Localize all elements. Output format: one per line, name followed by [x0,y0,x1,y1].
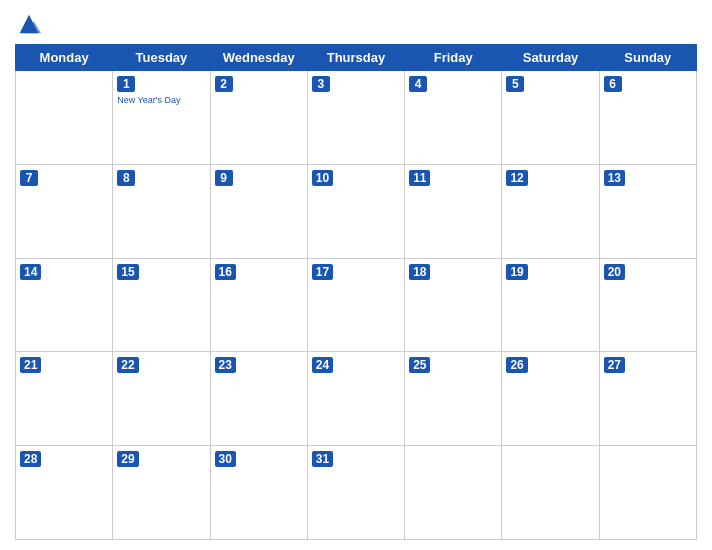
calendar-header [15,10,697,38]
calendar-cell: 17 [307,258,404,352]
day-number: 7 [20,170,38,186]
calendar-cell: 2 [210,71,307,165]
calendar-week-5: 28293031 [16,446,697,540]
calendar-week-3: 14151617181920 [16,258,697,352]
col-friday: Friday [405,45,502,71]
calendar-cell: 12 [502,164,599,258]
day-number: 1 [117,76,135,92]
calendar-cell: 16 [210,258,307,352]
logo [15,10,47,38]
day-number: 21 [20,357,41,373]
day-number: 3 [312,76,330,92]
col-sunday: Sunday [599,45,696,71]
calendar-header-row: Monday Tuesday Wednesday Thursday Friday… [16,45,697,71]
calendar-cell: 5 [502,71,599,165]
calendar-cell [405,446,502,540]
calendar-cell: 31 [307,446,404,540]
day-number: 29 [117,451,138,467]
col-thursday: Thursday [307,45,404,71]
day-number: 9 [215,170,233,186]
day-number: 17 [312,264,333,280]
day-number: 12 [506,170,527,186]
day-number: 6 [604,76,622,92]
day-number: 19 [506,264,527,280]
calendar-cell: 24 [307,352,404,446]
day-number: 26 [506,357,527,373]
calendar-cell: 13 [599,164,696,258]
calendar-cell: 14 [16,258,113,352]
calendar-cell: 8 [113,164,210,258]
col-monday: Monday [16,45,113,71]
calendar-week-1: 1New Year's Day23456 [16,71,697,165]
calendar-cell: 30 [210,446,307,540]
calendar-cell: 3 [307,71,404,165]
calendar-cell: 18 [405,258,502,352]
calendar-cell: 10 [307,164,404,258]
calendar-table: Monday Tuesday Wednesday Thursday Friday… [15,44,697,540]
day-number: 10 [312,170,333,186]
calendar-cell: 1New Year's Day [113,71,210,165]
calendar-cell: 25 [405,352,502,446]
day-number: 16 [215,264,236,280]
holiday-label: New Year's Day [117,95,205,106]
calendar-cell [599,446,696,540]
day-number: 4 [409,76,427,92]
day-number: 18 [409,264,430,280]
calendar-body: 1New Year's Day2345678910111213141516171… [16,71,697,540]
day-number: 20 [604,264,625,280]
calendar-cell: 9 [210,164,307,258]
calendar-cell: 27 [599,352,696,446]
calendar-cell: 28 [16,446,113,540]
calendar-cell: 26 [502,352,599,446]
calendar-cell: 22 [113,352,210,446]
calendar-week-4: 21222324252627 [16,352,697,446]
calendar-cell: 19 [502,258,599,352]
calendar-cell: 21 [16,352,113,446]
calendar-cell: 11 [405,164,502,258]
calendar-cell: 15 [113,258,210,352]
calendar-cell: 20 [599,258,696,352]
day-number: 28 [20,451,41,467]
day-number: 15 [117,264,138,280]
col-tuesday: Tuesday [113,45,210,71]
calendar-cell [502,446,599,540]
calendar-week-2: 78910111213 [16,164,697,258]
day-number: 25 [409,357,430,373]
day-number: 8 [117,170,135,186]
day-number: 22 [117,357,138,373]
calendar-cell: 6 [599,71,696,165]
day-number: 2 [215,76,233,92]
day-number: 23 [215,357,236,373]
col-saturday: Saturday [502,45,599,71]
day-number: 5 [506,76,524,92]
calendar-cell: 7 [16,164,113,258]
calendar-cell: 23 [210,352,307,446]
calendar-cell [16,71,113,165]
calendar-cell: 4 [405,71,502,165]
calendar-cell: 29 [113,446,210,540]
logo-icon [15,10,43,38]
day-number: 30 [215,451,236,467]
day-number: 13 [604,170,625,186]
day-number: 14 [20,264,41,280]
day-number: 24 [312,357,333,373]
col-wednesday: Wednesday [210,45,307,71]
day-number: 31 [312,451,333,467]
day-number: 27 [604,357,625,373]
day-number: 11 [409,170,430,186]
